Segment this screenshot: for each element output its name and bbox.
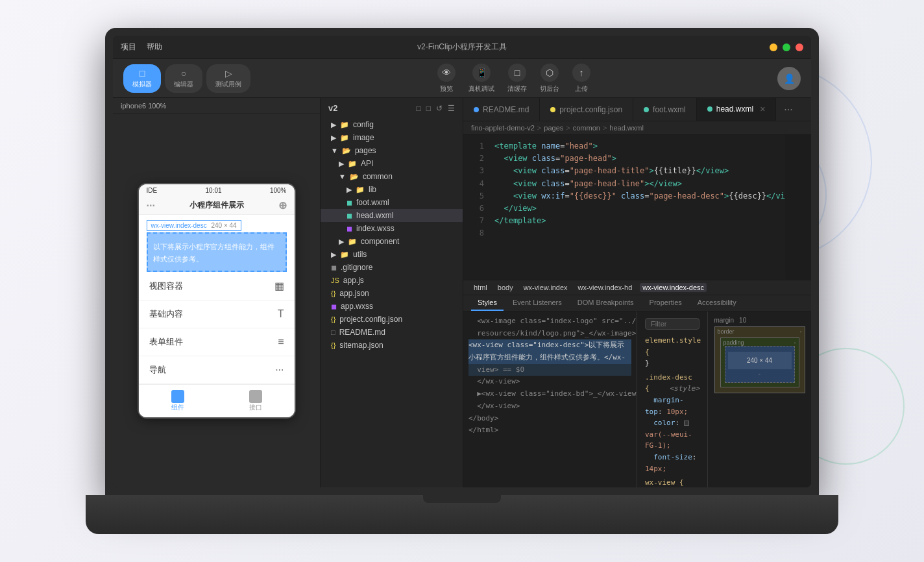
tree-item-project-config[interactable]: {} project.config.json <box>321 313 463 326</box>
html-line-6: ▶<wx-view class="index-bd">_</wx-view> <box>468 388 631 400</box>
tab-head[interactable]: head.wxml × <box>697 98 777 121</box>
devtab-properties[interactable]: Properties <box>643 295 688 311</box>
folder-icon-lib: 📁 <box>356 186 365 194</box>
nav-item-components[interactable]: 组件 <box>139 385 217 417</box>
devtools-content: <wx-image class="index-logo" src="../res… <box>463 312 811 487</box>
chevron-right-icon-api: ▶ <box>339 160 344 168</box>
tree-item-app-js[interactable]: JS app.js <box>321 274 463 287</box>
device-selector: iphone6 100% <box>113 98 320 114</box>
toolbar-center: 👁 预览 📱 真机调试 □ 清缓存 ⬡ 切后台 <box>437 64 590 93</box>
tree-item-api[interactable]: ▶ 📁 API <box>321 157 463 170</box>
tree-item-config[interactable]: ▶ 📁 config <box>321 118 463 131</box>
tab-readme[interactable]: README.md <box>463 98 540 121</box>
tooltip-class: wx-view.index-desc <box>151 222 207 229</box>
phone-section-1[interactable]: 基础内容 T <box>139 300 295 328</box>
titlebar-center: v2-FinClip小程序开发工具 <box>417 42 507 53</box>
tree-item-head-wxml[interactable]: ◼ head.wxml <box>321 209 463 222</box>
collapse-icon[interactable]: ☰ <box>448 104 455 113</box>
upload-tool[interactable]: ↑ 上传 <box>572 64 590 93</box>
tree-item-app-json[interactable]: {} app.json <box>321 287 463 300</box>
tree-label-config: config <box>353 120 374 129</box>
nav-item-api[interactable]: 接口 <box>217 385 295 417</box>
tree-label-app-wxss: app.wxss <box>341 302 373 311</box>
tree-item-index-wxss[interactable]: ◼ index.wxss <box>321 222 463 235</box>
tree-item-readme[interactable]: □ README.md <box>321 326 463 339</box>
editor-tabs: README.md project.config.json foot.wxml <box>463 98 811 121</box>
tree-label-readme: README.md <box>339 328 385 337</box>
devtab-dom-breakpoints[interactable]: DOM Breakpoints <box>571 295 640 311</box>
tree-item-component[interactable]: ▶ 📁 component <box>321 235 463 248</box>
box-model-title: margin 10 <box>714 317 805 324</box>
menu-item-help[interactable]: 帮助 <box>147 42 162 53</box>
tree-item-utils[interactable]: ▶ 📁 utils <box>321 248 463 261</box>
elem-tag-wx-view-desc[interactable]: wx-view.index-desc <box>640 283 707 292</box>
elem-tag-wx-view[interactable]: wx-view.index <box>521 283 570 292</box>
tree-item-image[interactable]: ▶ 📁 image <box>321 131 463 144</box>
tab-close-icon[interactable]: × <box>760 104 765 114</box>
folder-icon-component: 📁 <box>348 238 357 246</box>
section-label-3: 导航 <box>149 364 166 376</box>
devtab-styles[interactable]: Styles <box>471 295 504 311</box>
line-num-3: 3 <box>463 165 484 177</box>
tree-item-pages[interactable]: ▼ 📂 pages <box>321 144 463 157</box>
window-minimize-button[interactable] <box>770 43 777 51</box>
tab-more-button[interactable]: ··· <box>776 98 800 121</box>
devtab-event-listeners[interactable]: Event Listeners <box>506 295 568 311</box>
phone-bottom-nav: 组件 接口 <box>139 384 295 417</box>
phone-section-2[interactable]: 表单组件 ≡ <box>139 328 295 356</box>
elem-tag-wx-view-hd[interactable]: wx-view.index-hd <box>576 283 635 292</box>
real-device-tool[interactable]: 📱 真机调试 <box>468 64 494 93</box>
test-button[interactable]: ▷ 测试用例 <box>206 64 250 93</box>
box-model-panel: margin 10 border - padding - <box>707 312 811 487</box>
tree-item-lib[interactable]: ▶ 📁 lib <box>321 183 463 196</box>
html-line-5: </wx-view> <box>468 376 631 388</box>
tab-project-config[interactable]: project.config.json <box>540 98 633 121</box>
window-maximize-button[interactable] <box>783 43 790 51</box>
chevron-down-icon-common: ▼ <box>339 173 346 180</box>
file-tree-actions: □ □ ↺ ☰ <box>417 104 456 113</box>
html-line-7: </wx-view> <box>468 400 631 413</box>
code-line-7: </template> <box>494 215 806 227</box>
phone-desc: 以下将展示小程序官方组件能力，组件样式仅供参考。 <box>153 243 274 263</box>
menu-item-project[interactable]: 项目 <box>121 42 136 53</box>
elem-tag-body[interactable]: body <box>495 283 516 292</box>
phone-section-3[interactable]: 导航 ··· <box>139 356 295 384</box>
editor-button[interactable]: ○ 编辑器 <box>165 64 202 93</box>
js-icon-app: JS <box>331 276 339 284</box>
code-line-5: <view wx:if="{{desc}}" class="page-head-… <box>494 190 806 202</box>
code-line-8 <box>494 227 806 239</box>
tree-item-gitignore[interactable]: ◼ .gitignore <box>321 261 463 274</box>
breadcrumb-common: common <box>573 124 600 132</box>
devtab-accessibility[interactable]: Accessibility <box>691 295 743 311</box>
file-tree-panel: v2 □ □ ↺ ☰ ▶ 📁 config <box>321 98 463 487</box>
phone-section-0[interactable]: 视图容器 ▦ <box>139 272 295 300</box>
wxss-icon-app: ◼ <box>331 302 337 311</box>
elem-tag-html[interactable]: html <box>471 283 490 292</box>
toolbar-right: 👤 <box>777 67 801 90</box>
laptop-screen: 项目 帮助 v2-FinClip小程序开发工具 <box>113 36 811 487</box>
app-title: v2-FinClip小程序开发工具 <box>417 42 507 51</box>
new-file-icon[interactable]: □ <box>417 104 421 113</box>
switch-background-tool[interactable]: ⬡ 切后台 <box>540 64 559 93</box>
clear-cache-tool[interactable]: □ 清缓存 <box>507 64 527 93</box>
new-folder-icon[interactable]: □ <box>426 104 431 113</box>
tree-label-api: API <box>361 159 373 168</box>
tree-item-foot-wxml[interactable]: ◼ foot.wxml <box>321 196 463 209</box>
code-editor[interactable]: 1 2 3 4 5 6 7 8 <template name="head"> <box>463 135 811 280</box>
tree-item-app-wxss[interactable]: ◼ app.wxss <box>321 300 463 313</box>
user-avatar[interactable]: 👤 <box>777 67 801 90</box>
preview-tool[interactable]: 👁 预览 <box>437 64 456 93</box>
tree-item-common[interactable]: ▼ 📂 common <box>321 170 463 183</box>
refresh-icon[interactable]: ↺ <box>436 104 443 113</box>
tree-item-sitemap[interactable]: {} sitemap.json <box>321 339 463 352</box>
simulator-button[interactable]: □ 模拟器 <box>123 64 161 93</box>
html-line-4: view> == $0 <box>468 364 631 376</box>
window-close-button[interactable] <box>796 43 803 51</box>
filter-input[interactable] <box>651 320 707 328</box>
chevron-down-icon-pages: ▼ <box>331 147 338 154</box>
box-model-margin-val: 10 <box>739 317 746 324</box>
border-val: - <box>800 328 802 335</box>
tab-foot[interactable]: foot.wxml <box>633 98 697 121</box>
style-selector-element: element.style { <box>645 336 701 356</box>
box-model: margin 10 border - padding - <box>714 317 805 393</box>
